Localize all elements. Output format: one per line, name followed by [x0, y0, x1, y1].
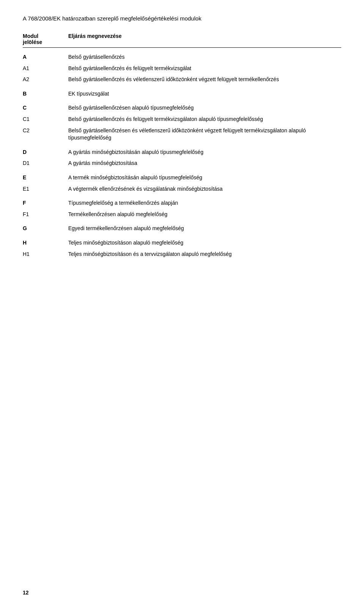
page-title: A 768/2008/EK határozatban szereplő megf… — [23, 15, 341, 22]
page-number: 12 — [23, 590, 29, 596]
table-row: A1Belső gyártásellenőrzés és felügyelt t… — [23, 63, 341, 74]
module-desc-c: Belső gyártásellenőrzésen alapuló típusm… — [68, 104, 341, 112]
table-header: Moduljelölése Eljárás megnevezése — [23, 33, 341, 48]
module-label-e: E — [23, 174, 68, 180]
module-desc-e1: A végtermék ellenőrzésének és vizsgálatá… — [68, 185, 341, 193]
table-body: ABelső gyártásellenőrzésA1Belső gyártáse… — [23, 52, 341, 260]
table-row: FTípusmegfelelőség a termékellenőrzés al… — [23, 198, 341, 209]
module-desc-e: A termék minőségbiztosításán alapuló típ… — [68, 174, 341, 182]
module-label-h1: H1 — [23, 251, 68, 257]
module-desc-b: EK típusvizsgálat — [68, 90, 341, 98]
table-row: H1Teljes minőségbiztosításon és a tervvi… — [23, 249, 341, 260]
module-label-b: B — [23, 90, 68, 97]
module-label-g: G — [23, 225, 68, 231]
table-row: ABelső gyártásellenőrzés — [23, 52, 341, 63]
module-desc-d1: A gyártás minőségbiztosítása — [68, 160, 341, 167]
table-row: D1A gyártás minőségbiztosítása — [23, 158, 341, 169]
table-row: F1Termékellenőrzésen alapuló megfelelősé… — [23, 209, 341, 220]
module-label-a2: A2 — [23, 76, 68, 82]
table-row: C1Belső gyártásellenőrzés és felügyelt t… — [23, 114, 341, 125]
module-desc-f1: Termékellenőrzésen alapuló megfelelőség — [68, 211, 341, 218]
module-label-f: F — [23, 199, 68, 206]
table-row: E1A végtermék ellenőrzésének és vizsgála… — [23, 184, 341, 195]
module-desc-a2: Belső gyártásellenőrzés és véletlenszerű… — [68, 76, 341, 83]
module-label-c: C — [23, 104, 68, 111]
module-desc-h: Teljes minőségbiztosításon alapuló megfe… — [68, 239, 341, 247]
module-label-f1: F1 — [23, 211, 68, 217]
module-desc-a: Belső gyártásellenőrzés — [68, 53, 341, 61]
page-container: A 768/2008/EK határozatban szereplő megf… — [0, 0, 364, 275]
module-desc-f: Típusmegfelelőség a termékellenőrzés ala… — [68, 199, 341, 207]
table-row: DA gyártás minőségbiztosításán alapuló t… — [23, 147, 341, 158]
module-label-d: D — [23, 149, 68, 155]
table-row: EA termék minőségbiztosításán alapuló tí… — [23, 172, 341, 184]
module-label-h: H — [23, 239, 68, 246]
table-row: BEK típusvizsgálat — [23, 88, 341, 100]
module-desc-h1: Teljes minőségbiztosításon és a tervvizs… — [68, 251, 341, 258]
module-label-e1: E1 — [23, 185, 68, 192]
module-label-c1: C1 — [23, 116, 68, 122]
table-row: A2Belső gyártásellenőrzés és véletlensze… — [23, 74, 341, 85]
table-row: C2Belső gyártásellenőrzésen és véletlens… — [23, 125, 341, 144]
module-desc-a1: Belső gyártásellenőrzés és felügyelt ter… — [68, 65, 341, 72]
table-row: CBelső gyártásellenőrzésen alapuló típus… — [23, 102, 341, 114]
table-row: GEgyedi termékellenőrzésen alapuló megfe… — [23, 223, 341, 234]
module-desc-c1: Belső gyártásellenőrzés és felügyelt ter… — [68, 116, 341, 123]
table-row: HTeljes minőségbiztosításon alapuló megf… — [23, 237, 341, 249]
module-label-c2: C2 — [23, 127, 68, 133]
module-desc-d: A gyártás minőségbiztosításán alapuló tí… — [68, 149, 341, 156]
module-label-a: A — [23, 53, 68, 60]
col1-header: Moduljelölése — [23, 33, 68, 45]
module-desc-c2: Belső gyártásellenőrzésen és véletlensze… — [68, 127, 341, 142]
module-label-d1: D1 — [23, 160, 68, 166]
col2-header: Eljárás megnevezése — [68, 33, 341, 45]
module-label-a1: A1 — [23, 65, 68, 71]
module-desc-g: Egyedi termékellenőrzésen alapuló megfel… — [68, 225, 341, 232]
